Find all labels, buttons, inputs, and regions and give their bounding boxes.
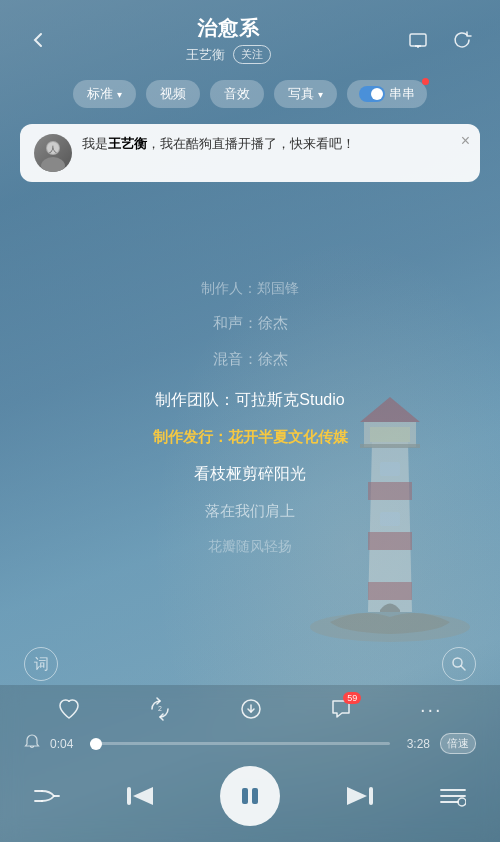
lyric-line: 看枝桠剪碎阳光 [194,458,306,490]
lyrics-icon-right[interactable] [442,647,476,681]
back-button[interactable] [20,22,56,58]
svg-text:人: 人 [49,145,57,154]
artist-area: 王艺衡 关注 [56,45,400,64]
chain-button[interactable]: 串串 [347,80,427,108]
follow-button[interactable]: 关注 [233,45,271,64]
lyric-line: 落在我们肩上 [205,496,295,526]
lyric-line: 和声：徐杰 [213,308,288,338]
progress-bar[interactable] [90,742,390,745]
lyric-line: 花瓣随风轻扬 [208,532,292,560]
rotate-button[interactable] [444,22,480,58]
lyrics-icon-left[interactable]: 词 [24,647,58,681]
playback-row [24,766,476,834]
controls-area: 2 59 ··· [0,685,500,842]
svg-point-13 [41,157,65,172]
header-center: 治愈系 王艺衡 关注 [56,15,400,64]
progress-dot [90,738,102,750]
play-pause-button[interactable] [220,766,280,826]
comment-count-badge: 59 [343,692,361,704]
notification-close-button[interactable]: × [461,132,470,150]
lyric-line-highlight: 制作发行：花开半夏文化传媒 [153,422,348,452]
action-row: 2 59 ··· [24,697,476,721]
screen-button[interactable] [400,22,436,58]
standard-button[interactable]: 标准 ▾ [73,80,136,108]
shuffle-button[interactable] [34,786,60,806]
photo-arrow-icon: ▾ [318,89,323,100]
artist-name: 王艺衡 [186,46,225,64]
notification-text: 我是王艺衡，我在酷狗直播开播了，快来看吧！ [82,134,466,154]
lyrics-area: 制作人：郑国锋 和声：徐杰 混音：徐杰 制作团队：可拉斯克Studio 制作发行… [0,190,500,643]
svg-line-17 [461,666,465,670]
notification-banner: 人 我是王艺衡，我在酷狗直播开播了，快来看吧！ × [20,124,480,182]
loop-button[interactable]: 2 [148,697,172,721]
toolbar: 标准 ▾ 视频 音效 写真 ▾ 串串 [0,72,500,116]
svg-text:2: 2 [158,705,162,712]
video-button[interactable]: 视频 [146,80,200,108]
bell-icon [24,734,40,754]
like-button[interactable] [57,697,81,721]
standard-arrow-icon: ▾ [117,89,122,100]
current-time: 0:04 [50,737,80,751]
notification-avatar: 人 [34,134,72,172]
svg-marker-25 [133,787,153,805]
header-right-icons [400,22,480,58]
svg-rect-24 [127,787,131,805]
download-button[interactable] [239,697,263,721]
lyric-line: 混音：徐杰 [213,344,288,374]
svg-rect-9 [410,34,426,46]
lyrics-icons-row: 词 [0,643,500,685]
svg-rect-27 [252,788,258,804]
svg-rect-26 [242,788,248,804]
lyric-line: 制作人：郑国锋 [201,274,299,302]
red-dot-badge [422,78,429,85]
svg-point-33 [458,798,466,806]
svg-marker-29 [347,787,367,805]
more-button[interactable]: ··· [420,698,443,721]
lyric-line-active: 制作团队：可拉斯克Studio [155,384,344,416]
previous-button[interactable] [125,782,155,810]
photo-button[interactable]: 写真 ▾ [274,80,337,108]
total-time: 3:28 [400,737,430,751]
svg-rect-28 [369,787,373,805]
toggle-icon [359,86,385,102]
comment-button[interactable]: 59 [329,697,353,721]
next-button[interactable] [345,782,375,810]
progress-row: 0:04 3:28 倍速 [24,733,476,754]
audio-button[interactable]: 音效 [210,80,264,108]
header: 治愈系 王艺衡 关注 [0,0,500,72]
song-title: 治愈系 [56,15,400,42]
playlist-button[interactable] [440,785,466,807]
speed-button[interactable]: 倍速 [440,733,476,754]
